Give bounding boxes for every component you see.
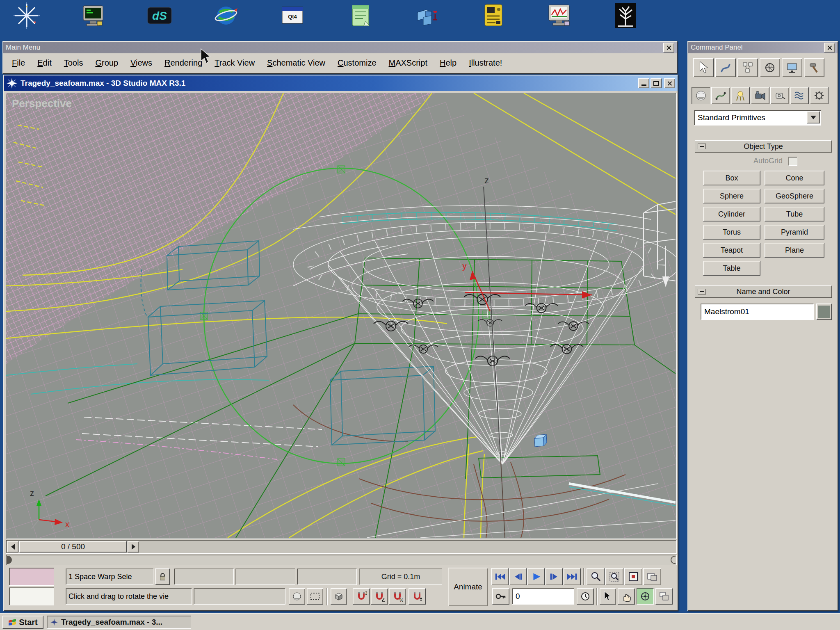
time-step-back-button[interactable] — [7, 541, 18, 552]
next-frame-button[interactable] — [546, 568, 563, 585]
degradation-override-button[interactable] — [331, 588, 347, 605]
globe-icon[interactable] — [212, 1, 240, 30]
primitive-box-button[interactable]: Box — [703, 171, 760, 185]
time-config-icon — [580, 591, 591, 602]
notepad-icon[interactable] — [346, 1, 375, 30]
animate-button[interactable]: Animate — [448, 568, 488, 606]
svg-text:3: 3 — [365, 591, 367, 596]
object-name-input[interactable]: Maelstrom01 — [701, 304, 814, 320]
qt4-icon[interactable]: Qt4 — [278, 1, 307, 30]
object-type-rollout[interactable]: Object Type — [695, 140, 832, 153]
time-config-button[interactable] — [577, 588, 594, 605]
tab-utilities[interactable] — [804, 58, 824, 77]
main-menu-titlebar[interactable]: Main Menu — [3, 42, 677, 53]
hierarchy-icon — [742, 62, 754, 74]
menu-views[interactable]: Views — [124, 57, 158, 69]
zoom-button[interactable] — [587, 568, 605, 585]
category-lights[interactable] — [731, 87, 750, 104]
category-shapes[interactable] — [711, 87, 730, 104]
tab-display[interactable] — [782, 58, 802, 77]
category-cameras[interactable] — [751, 87, 769, 104]
menu-file[interactable]: File — [6, 57, 31, 69]
percent-snap-button[interactable]: % — [389, 588, 406, 605]
ds-logo-icon[interactable]: dS — [145, 1, 174, 30]
perspective-viewport[interactable]: z y — [6, 93, 677, 539]
wine-boxes-icon[interactable] — [413, 1, 442, 30]
spinner-snap-button[interactable] — [409, 588, 426, 605]
menu-help[interactable]: Help — [434, 57, 463, 69]
primitive-plane-button[interactable]: Plane — [765, 243, 824, 258]
prev-frame-icon — [512, 572, 524, 582]
tree-picture-icon[interactable] — [611, 1, 640, 30]
pointer-tool-button[interactable] — [600, 588, 616, 605]
category-helpers[interactable] — [770, 87, 789, 104]
primitive-pyramid-button[interactable]: Pyramid — [765, 225, 824, 240]
region-zoom-button[interactable] — [643, 568, 661, 585]
object-color-swatch[interactable] — [816, 304, 832, 320]
go-to-end-button[interactable] — [564, 568, 581, 585]
menu-customize[interactable]: Customize — [331, 57, 382, 69]
max-titlebar[interactable]: Tragedy_seafoam.max - 3D Studio MAX R3.1 — [4, 75, 678, 91]
primitive-torus-button[interactable]: Torus — [703, 225, 760, 240]
angle-snap-button[interactable] — [371, 588, 388, 605]
primitive-cylinder-button[interactable]: Cylinder — [703, 207, 760, 221]
zoom-extents-button[interactable] — [624, 568, 642, 585]
viewport-label[interactable]: Perspective — [12, 97, 72, 110]
pan-button[interactable] — [618, 588, 635, 605]
go-to-start-button[interactable] — [491, 568, 509, 585]
category-space-warps[interactable] — [790, 87, 809, 104]
minimize-icon[interactable] — [638, 78, 649, 88]
min-max-toggle-button[interactable] — [655, 588, 673, 605]
close-icon[interactable] — [663, 43, 674, 52]
autogrid-checkbox[interactable] — [788, 157, 797, 166]
current-time-field[interactable]: 0 — [512, 588, 574, 605]
key-mode-button[interactable] — [492, 588, 509, 605]
percent-snap-icon: % — [392, 591, 403, 602]
menu-maxscript[interactable]: MAXScript — [383, 57, 434, 69]
selection-lock-button[interactable] — [155, 568, 170, 585]
primitive-table-button[interactable]: Table — [703, 261, 760, 276]
menu-tools[interactable]: Tools — [58, 57, 89, 69]
category-systems[interactable] — [810, 87, 829, 104]
name-color-rollout[interactable]: Name and Color — [695, 285, 832, 298]
primitive-teapot-button[interactable]: Teapot — [703, 243, 760, 258]
close-icon[interactable] — [824, 43, 835, 52]
command-panel-title: Command Panel — [691, 43, 743, 52]
tab-modify[interactable] — [715, 58, 736, 77]
menu-edit[interactable]: Edit — [31, 57, 57, 69]
play-button[interactable] — [527, 568, 545, 585]
tab-create[interactable] — [693, 58, 714, 77]
circuit-card-icon[interactable] — [479, 1, 508, 30]
time-slider-button[interactable]: 0 / 500 — [19, 541, 127, 552]
menu-illustrate[interactable]: Illustrate! — [463, 57, 508, 69]
menu-group[interactable]: Group — [89, 57, 124, 69]
primitive-geosphere-button[interactable]: GeoSphere — [765, 189, 824, 203]
maximize-icon[interactable] — [651, 78, 662, 88]
time-slider-track[interactable]: 0 / 500 — [6, 540, 677, 554]
track-bar[interactable] — [6, 555, 677, 565]
menu-schematic-view[interactable]: Schematic View — [261, 57, 331, 69]
menu-track-view[interactable]: Track View — [208, 57, 261, 69]
dropdown-arrow-button[interactable] — [807, 111, 820, 123]
dos-terminal-icon[interactable] — [79, 1, 107, 30]
zoom-all-button[interactable] — [605, 568, 623, 585]
tab-motion[interactable] — [760, 58, 780, 77]
previous-frame-button[interactable] — [509, 568, 527, 585]
window-crossing-button[interactable] — [307, 588, 323, 605]
starburst-logo-icon[interactable] — [12, 1, 41, 30]
command-panel-titlebar[interactable]: Command Panel — [688, 42, 838, 53]
primitive-cone-button[interactable]: Cone — [765, 171, 824, 185]
arc-rotate-button[interactable] — [637, 588, 654, 605]
primitive-tube-button[interactable]: Tube — [765, 207, 824, 221]
waveform-monitor-icon[interactable] — [545, 1, 573, 30]
tab-hierarchy[interactable] — [737, 58, 758, 77]
primitive-sphere-button[interactable]: Sphere — [703, 189, 760, 203]
crossing-selection-button[interactable] — [289, 588, 305, 605]
start-button[interactable]: Start — [2, 616, 43, 629]
taskbar-task-button[interactable]: Tragedy_seafoam.max - 3... — [47, 616, 191, 629]
category-geometry[interactable] — [692, 87, 710, 104]
time-step-forward-button[interactable] — [128, 541, 139, 552]
snap-toggle-button[interactable]: 3 — [353, 588, 370, 605]
close-icon[interactable] — [664, 78, 675, 88]
primitive-category-dropdown[interactable]: Standard Primitives — [694, 110, 821, 126]
